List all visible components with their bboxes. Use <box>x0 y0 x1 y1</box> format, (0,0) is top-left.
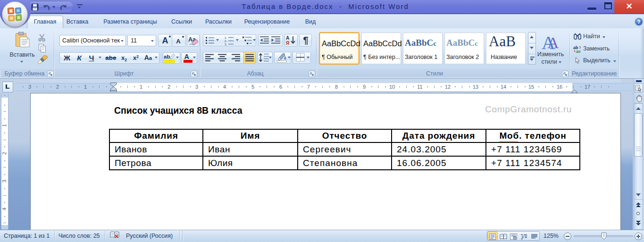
svg-text:A: A <box>542 32 555 50</box>
svg-text:2.: 2. <box>225 40 227 42</box>
svg-text:А: А <box>286 35 289 41</box>
svg-text:А: А <box>184 53 190 60</box>
svg-text:3.: 3. <box>225 43 227 45</box>
svg-text:Я: Я <box>286 41 289 46</box>
svg-text:1.: 1. <box>225 36 227 39</box>
svg-text:ab: ab <box>164 54 170 59</box>
svg-text:ac: ac <box>576 49 581 53</box>
